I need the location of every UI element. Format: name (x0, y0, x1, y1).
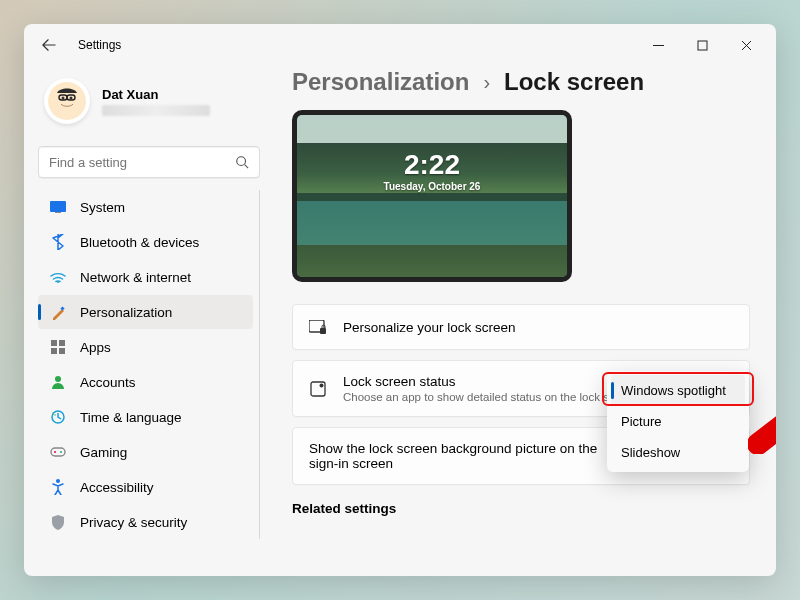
sidebar-item-apps[interactable]: Apps (38, 330, 253, 364)
annotation-arrow (748, 374, 776, 454)
chevron-right-icon: › (483, 71, 490, 94)
network-icon (50, 269, 66, 285)
apps-icon (50, 339, 66, 355)
lockscreen-preview: 2:22 Tuesday, October 26 (292, 110, 572, 282)
minimize-button[interactable] (636, 28, 680, 62)
breadcrumb-leaf: Lock screen (504, 68, 644, 96)
breadcrumb: Personalization › Lock screen (292, 68, 750, 96)
svg-rect-11 (51, 340, 57, 346)
sidebar-item-personalization[interactable]: Personalization (38, 295, 253, 329)
svg-point-18 (54, 451, 56, 453)
sidebar-item-accessibility[interactable]: Accessibility (38, 470, 253, 504)
avatar (44, 78, 90, 124)
svg-rect-0 (698, 41, 707, 50)
preview-date: Tuesday, October 26 (297, 181, 567, 192)
svg-point-19 (60, 451, 62, 453)
dropdown-option-slideshow[interactable]: Slideshow (611, 437, 745, 468)
sidebar-item-label: Gaming (80, 445, 127, 460)
accessibility-icon (50, 479, 66, 495)
sidebar-item-privacy[interactable]: Privacy & security (38, 505, 253, 539)
sidebar-item-label: Personalization (80, 305, 172, 320)
gaming-icon (50, 444, 66, 460)
maximize-button[interactable] (680, 28, 724, 62)
main-panel: Personalization › Lock screen 2:22 Tuesd… (274, 66, 776, 576)
svg-point-9 (57, 282, 59, 283)
bluetooth-icon (50, 234, 66, 250)
close-icon (741, 40, 752, 51)
card-personalize-lockscreen[interactable]: Personalize your lock screen (292, 304, 750, 350)
svg-point-15 (55, 376, 61, 382)
sidebar: Dat Xuan System Bluetooth & devices (24, 66, 274, 576)
lockscreen-type-dropdown[interactable]: Windows spotlight Picture Slideshow (607, 371, 749, 472)
svg-rect-22 (320, 328, 326, 334)
svg-point-24 (320, 383, 324, 387)
sidebar-item-accounts[interactable]: Accounts (38, 365, 253, 399)
window-title: Settings (78, 38, 121, 52)
card-title: Personalize your lock screen (343, 320, 733, 335)
minimize-icon (653, 40, 664, 51)
sidebar-item-label: Privacy & security (80, 515, 187, 530)
user-email-redacted (102, 105, 210, 116)
search-input[interactable] (49, 155, 235, 170)
svg-rect-12 (59, 340, 65, 346)
sidebar-item-label: Network & internet (80, 270, 191, 285)
sidebar-item-network[interactable]: Network & internet (38, 260, 253, 294)
sidebar-item-label: Bluetooth & devices (80, 235, 199, 250)
system-icon (50, 199, 66, 215)
search-box[interactable] (38, 146, 260, 178)
user-block[interactable]: Dat Xuan (38, 72, 260, 138)
sidebar-item-system[interactable]: System (38, 190, 253, 224)
dropdown-option-picture[interactable]: Picture (611, 406, 745, 437)
sidebar-item-label: Accounts (80, 375, 136, 390)
svg-point-6 (237, 157, 246, 166)
sidebar-nav: System Bluetooth & devices Network & int… (38, 190, 260, 539)
back-arrow-icon (42, 38, 56, 52)
preview-time: 2:22 (297, 149, 567, 181)
sidebar-item-label: Accessibility (80, 480, 154, 495)
maximize-icon (697, 40, 708, 51)
window-controls (636, 28, 768, 62)
picture-lock-icon (309, 318, 327, 336)
svg-point-1 (48, 82, 86, 120)
close-button[interactable] (724, 28, 768, 62)
accounts-icon (50, 374, 66, 390)
svg-point-3 (70, 97, 73, 100)
time-icon (50, 409, 66, 425)
svg-point-20 (56, 479, 60, 483)
sidebar-item-label: System (80, 200, 125, 215)
personalization-icon (50, 304, 66, 320)
svg-point-2 (62, 97, 65, 100)
status-icon (309, 380, 327, 398)
svg-rect-7 (50, 201, 66, 212)
svg-rect-13 (51, 348, 57, 354)
user-name: Dat Xuan (102, 87, 210, 102)
content-area: Dat Xuan System Bluetooth & devices (24, 66, 776, 576)
titlebar: Settings (24, 24, 776, 66)
sidebar-item-time[interactable]: Time & language (38, 400, 253, 434)
section-related: Related settings (292, 501, 750, 516)
sidebar-item-bluetooth[interactable]: Bluetooth & devices (38, 225, 253, 259)
dropdown-option-spotlight[interactable]: Windows spotlight (611, 375, 745, 406)
settings-window: Settings Dat Xuan (24, 24, 776, 576)
sidebar-item-label: Time & language (80, 410, 182, 425)
sidebar-item-gaming[interactable]: Gaming (38, 435, 253, 469)
svg-rect-14 (59, 348, 65, 354)
back-button[interactable] (32, 28, 66, 62)
card-title: Show the lock screen background picture … (309, 441, 599, 471)
breadcrumb-root[interactable]: Personalization (292, 68, 469, 96)
sidebar-item-label: Apps (80, 340, 111, 355)
privacy-icon (50, 514, 66, 530)
svg-rect-8 (55, 212, 61, 213)
search-icon (235, 155, 249, 169)
svg-rect-17 (51, 448, 65, 456)
